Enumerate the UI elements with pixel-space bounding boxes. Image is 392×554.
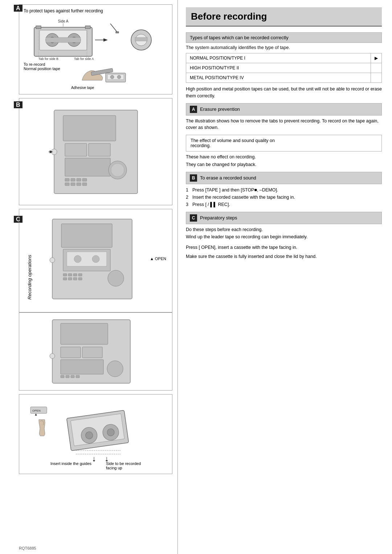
svg-text:Tab for side B: Tab for side B <box>38 57 58 60</box>
prep-header: C Preparatory steps <box>186 212 382 224</box>
table-row: METAL POSITION/TYPE IV <box>186 73 382 83</box>
section-b-letter: B <box>14 102 23 108</box>
effect-section: The effect of volume and sound quality o… <box>186 135 382 168</box>
section-a-box: To protect tapes against further recordi… <box>19 4 172 94</box>
svg-rect-55 <box>73 278 77 280</box>
table-row: NORMAL POSITION/TYPE I ▶ <box>186 53 382 63</box>
svg-rect-61 <box>61 347 81 358</box>
svg-rect-29 <box>89 143 110 156</box>
prep-press-text: Press [ OPEN], insert a cassette with th… <box>186 244 382 251</box>
svg-rect-28 <box>65 143 87 156</box>
effect-body1: These have no effect on recording. <box>186 154 382 161</box>
svg-rect-52 <box>78 274 82 276</box>
svg-rect-44 <box>61 224 112 247</box>
section-c-top-box: ▲ OPEN <box>19 209 172 312</box>
svg-point-57 <box>108 270 124 286</box>
section-b-box <box>19 98 172 205</box>
effect-body2: They can be changed for playback. <box>186 161 382 168</box>
svg-rect-60 <box>61 323 108 344</box>
erase-steps-list: 1 Press [TAPE ] and then [STOP■, –DEMO].… <box>186 186 382 208</box>
svg-rect-51 <box>73 274 77 276</box>
effect-note-line1: The effect of volume and sound quality o… <box>191 138 275 143</box>
prep-body2: Wind up the leader tape so recording can… <box>186 234 382 240</box>
svg-rect-8 <box>85 26 90 29</box>
svg-rect-34 <box>82 178 87 181</box>
svg-rect-23 <box>107 74 124 80</box>
svg-point-24 <box>110 75 114 79</box>
svg-text:Side A: Side A <box>58 19 68 23</box>
svg-text:Tab for side A: Tab for side A <box>74 57 94 60</box>
erase-header: B To erase a recorded sound <box>186 172 382 184</box>
step-num-2: 2 <box>186 194 188 201</box>
prep-section: C Preparatory steps Do these steps befor… <box>186 212 382 260</box>
page-label: RQT6885 <box>19 546 36 550</box>
svg-rect-38 <box>82 183 87 186</box>
types-warning: High position and metal position tapes c… <box>186 86 382 100</box>
tape-type-3: METAL POSITION/TYPE IV <box>186 73 371 83</box>
erasure-body: The illustration shows how to remove the… <box>186 118 382 132</box>
svg-line-10 <box>110 24 118 33</box>
svg-rect-30 <box>65 158 110 176</box>
tape-indicator-2 <box>371 63 382 73</box>
svg-text:▲: ▲ <box>34 412 38 416</box>
list-item: 3 Press [ / ▌▌ REC]. <box>186 201 382 208</box>
table-row: HIGH POSITION/TYPE II <box>186 63 382 73</box>
label-c-right: C <box>190 214 197 222</box>
normal-position-label: Normal position tape <box>24 66 60 71</box>
tape-indicator-1: ▶ <box>371 53 382 63</box>
section-c-bottom-box <box>19 312 172 391</box>
svg-rect-33 <box>77 178 81 181</box>
svg-rect-56 <box>78 278 82 280</box>
adhesive-tape-illustration: Adhesive tape <box>71 62 129 90</box>
tape-types-table: NORMAL POSITION/TYPE I ▶ HIGH POSITION/T… <box>186 53 382 83</box>
svg-rect-6 <box>46 37 81 43</box>
svg-rect-67 <box>76 375 79 378</box>
page-title: Before recording <box>186 7 382 27</box>
svg-rect-27 <box>63 116 116 141</box>
prep-body1: Do these steps before each recording. <box>186 226 382 233</box>
svg-rect-11 <box>116 32 119 33</box>
protect-text: To protect tapes against further recordi… <box>24 8 168 13</box>
section-a-letter: A <box>14 5 23 12</box>
bottom-illustration-box: OPEN ▲ <box>19 394 172 474</box>
label-a-right: A <box>190 106 197 113</box>
tape-type-1: NORMAL POSITION/TYPE I <box>186 53 371 63</box>
svg-rect-31 <box>65 178 69 181</box>
re-record-label: To re-record <box>24 62 60 66</box>
cassette-illustration-a: Side A Tab for side B Tab for side A <box>24 16 168 60</box>
list-item: 1 Press [TAPE ] and then [STOP■, –DEMO]. <box>186 186 382 194</box>
svg-point-47 <box>74 255 81 263</box>
svg-point-48 <box>92 255 99 263</box>
svg-rect-32 <box>71 178 75 181</box>
side-record-label: Side to be recorded facing up <box>106 461 141 470</box>
svg-point-40 <box>111 163 124 177</box>
effect-note-line2: recording. <box>191 143 211 148</box>
prep-body3: Make sure the cassette is fully inserted… <box>186 253 382 260</box>
svg-rect-49 <box>63 274 67 276</box>
svg-rect-64 <box>61 375 64 378</box>
label-a: A <box>14 5 23 12</box>
label-b-right: B <box>190 174 197 182</box>
svg-rect-14 <box>135 37 147 41</box>
side-label: Recording operations <box>27 255 32 300</box>
svg-point-68 <box>107 361 123 377</box>
open-label: ▲ OPEN <box>150 256 166 261</box>
erasure-section: A Erasure prevention The illustration sh… <box>186 103 382 132</box>
svg-rect-53 <box>63 278 67 280</box>
svg-text:OPEN: OPEN <box>32 409 41 412</box>
svg-rect-50 <box>68 274 72 276</box>
erase-section: B To erase a recorded sound 1 Press [TAP… <box>186 172 382 208</box>
label-b: B <box>14 101 23 108</box>
svg-point-25 <box>117 75 121 79</box>
svg-point-69 <box>50 353 55 359</box>
erasure-header-text: Erasure prevention <box>200 106 240 112</box>
adhesive-tape-label: Adhesive tape <box>71 86 129 90</box>
insert-labels: Insert inside the guides Side to be reco… <box>50 461 141 470</box>
svg-rect-63 <box>61 360 103 374</box>
svg-rect-65 <box>66 375 69 378</box>
re-record-section: To re-record Normal position tape Adhesi… <box>24 62 168 90</box>
step-num-1: 1 <box>186 186 188 194</box>
tape-type-2: HIGH POSITION/TYPE II <box>186 63 371 73</box>
prep-header-text: Preparatory steps <box>200 215 237 221</box>
tape-indicator-3 <box>371 73 382 83</box>
